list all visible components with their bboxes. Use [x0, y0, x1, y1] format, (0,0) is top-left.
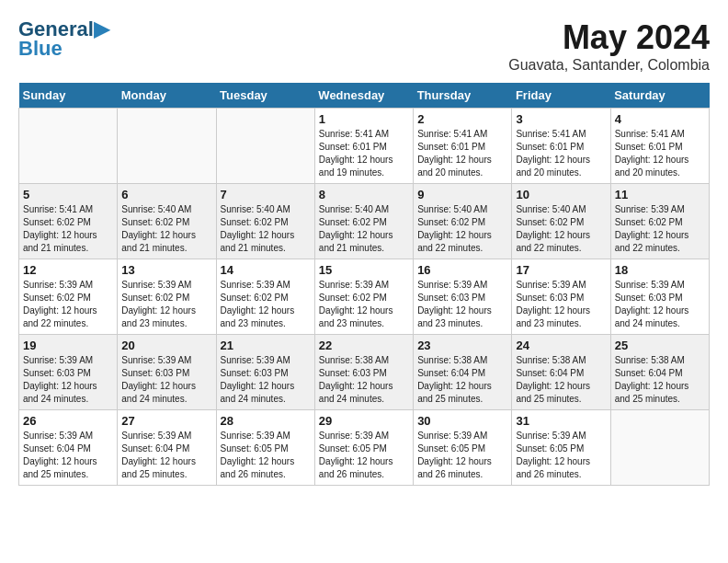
calendar-cell: 3Sunrise: 5:41 AM Sunset: 6:01 PM Daylig… [512, 109, 610, 184]
day-number: 13 [121, 263, 211, 277]
day-info: Sunrise: 5:39 AM Sunset: 6:02 PM Dayligh… [221, 279, 311, 330]
calendar-cell: 30Sunrise: 5:39 AM Sunset: 6:05 PM Dayli… [414, 410, 512, 486]
calendar-table: SundayMondayTuesdayWednesdayThursdayFrid… [18, 83, 710, 486]
day-of-week-monday: Monday [118, 83, 216, 109]
day-info: Sunrise: 5:39 AM Sunset: 6:02 PM Dayligh… [121, 279, 211, 330]
day-number: 27 [121, 414, 211, 428]
day-info: Sunrise: 5:38 AM Sunset: 6:04 PM Dayligh… [417, 354, 507, 406]
day-number: 30 [417, 414, 507, 428]
calendar-cell: 31Sunrise: 5:39 AM Sunset: 6:05 PM Dayli… [512, 410, 610, 486]
day-info: Sunrise: 5:39 AM Sunset: 6:04 PM Dayligh… [23, 430, 113, 481]
calendar-cell: 11Sunrise: 5:39 AM Sunset: 6:02 PM Dayli… [610, 184, 709, 259]
calendar-cell [216, 109, 314, 184]
calendar-cell: 25Sunrise: 5:38 AM Sunset: 6:04 PM Dayli… [610, 335, 709, 410]
calendar-cell: 20Sunrise: 5:39 AM Sunset: 6:03 PM Dayli… [118, 335, 216, 410]
calendar-cell: 19Sunrise: 5:39 AM Sunset: 6:03 PM Dayli… [19, 335, 118, 410]
day-number: 4 [615, 112, 705, 126]
day-of-week-friday: Friday [512, 83, 610, 109]
day-of-week-saturday: Saturday [610, 83, 709, 109]
calendar-cell: 14Sunrise: 5:39 AM Sunset: 6:02 PM Dayli… [216, 259, 314, 335]
calendar-cell: 12Sunrise: 5:39 AM Sunset: 6:02 PM Dayli… [19, 259, 118, 335]
day-info: Sunrise: 5:39 AM Sunset: 6:03 PM Dayligh… [615, 279, 705, 330]
day-info: Sunrise: 5:39 AM Sunset: 6:05 PM Dayligh… [319, 430, 409, 481]
day-number: 19 [23, 339, 113, 352]
day-info: Sunrise: 5:38 AM Sunset: 6:04 PM Dayligh… [615, 354, 705, 406]
calendar-body: 1Sunrise: 5:41 AM Sunset: 6:01 PM Daylig… [19, 109, 710, 486]
calendar-cell: 15Sunrise: 5:39 AM Sunset: 6:02 PM Dayli… [314, 259, 413, 335]
day-info: Sunrise: 5:38 AM Sunset: 6:03 PM Dayligh… [319, 354, 409, 406]
calendar-cell: 29Sunrise: 5:39 AM Sunset: 6:05 PM Dayli… [314, 410, 413, 486]
calendar-cell: 18Sunrise: 5:39 AM Sunset: 6:03 PM Dayli… [610, 259, 709, 335]
week-row-4: 19Sunrise: 5:39 AM Sunset: 6:03 PM Dayli… [19, 335, 710, 410]
day-number: 21 [221, 339, 311, 352]
day-info: Sunrise: 5:39 AM Sunset: 6:02 PM Dayligh… [23, 279, 113, 330]
day-info: Sunrise: 5:40 AM Sunset: 6:02 PM Dayligh… [121, 203, 211, 255]
calendar-cell: 27Sunrise: 5:39 AM Sunset: 6:04 PM Dayli… [118, 410, 216, 486]
calendar-cell: 2Sunrise: 5:41 AM Sunset: 6:01 PM Daylig… [414, 109, 512, 184]
calendar-cell: 13Sunrise: 5:39 AM Sunset: 6:02 PM Dayli… [118, 259, 216, 335]
day-info: Sunrise: 5:40 AM Sunset: 6:02 PM Dayligh… [221, 203, 311, 255]
day-number: 22 [319, 339, 409, 352]
day-number: 8 [319, 188, 409, 201]
day-info: Sunrise: 5:41 AM Sunset: 6:01 PM Dayligh… [417, 128, 507, 179]
day-number: 2 [417, 112, 507, 126]
calendar-cell: 6Sunrise: 5:40 AM Sunset: 6:02 PM Daylig… [118, 184, 216, 259]
calendar-cell [610, 410, 709, 486]
week-row-3: 12Sunrise: 5:39 AM Sunset: 6:02 PM Dayli… [19, 259, 710, 335]
day-number: 29 [319, 414, 409, 428]
day-info: Sunrise: 5:39 AM Sunset: 6:05 PM Dayligh… [221, 430, 311, 481]
day-info: Sunrise: 5:39 AM Sunset: 6:05 PM Dayligh… [516, 430, 606, 481]
day-of-week-tuesday: Tuesday [216, 83, 314, 109]
week-row-2: 5Sunrise: 5:41 AM Sunset: 6:02 PM Daylig… [19, 184, 710, 259]
day-info: Sunrise: 5:39 AM Sunset: 6:05 PM Dayligh… [417, 430, 507, 481]
day-number: 26 [23, 414, 113, 428]
week-row-5: 26Sunrise: 5:39 AM Sunset: 6:04 PM Dayli… [19, 410, 710, 486]
day-number: 14 [221, 263, 311, 277]
calendar-cell: 24Sunrise: 5:38 AM Sunset: 6:04 PM Dayli… [512, 335, 610, 410]
day-number: 10 [516, 188, 606, 201]
day-number: 23 [417, 339, 507, 352]
day-number: 20 [121, 339, 211, 352]
day-info: Sunrise: 5:39 AM Sunset: 6:03 PM Dayligh… [121, 354, 211, 406]
day-number: 12 [23, 263, 113, 277]
days-of-week-row: SundayMondayTuesdayWednesdayThursdayFrid… [19, 83, 710, 109]
day-number: 31 [516, 414, 606, 428]
day-info: Sunrise: 5:39 AM Sunset: 6:02 PM Dayligh… [615, 203, 705, 255]
day-info: Sunrise: 5:40 AM Sunset: 6:02 PM Dayligh… [516, 203, 606, 255]
day-number: 18 [615, 263, 705, 277]
calendar-cell: 5Sunrise: 5:41 AM Sunset: 6:02 PM Daylig… [19, 184, 118, 259]
day-number: 16 [417, 263, 507, 277]
day-info: Sunrise: 5:39 AM Sunset: 6:03 PM Dayligh… [23, 354, 113, 406]
day-of-week-sunday: Sunday [19, 83, 118, 109]
calendar-cell: 23Sunrise: 5:38 AM Sunset: 6:04 PM Dayli… [414, 335, 512, 410]
day-number: 28 [221, 414, 311, 428]
calendar-cell [19, 109, 118, 184]
calendar-cell: 4Sunrise: 5:41 AM Sunset: 6:01 PM Daylig… [610, 109, 709, 184]
calendar-cell [118, 109, 216, 184]
calendar-cell: 28Sunrise: 5:39 AM Sunset: 6:05 PM Dayli… [216, 410, 314, 486]
day-number: 1 [319, 112, 409, 126]
day-info: Sunrise: 5:39 AM Sunset: 6:04 PM Dayligh… [121, 430, 211, 481]
day-info: Sunrise: 5:41 AM Sunset: 6:02 PM Dayligh… [23, 203, 113, 255]
day-info: Sunrise: 5:41 AM Sunset: 6:01 PM Dayligh… [516, 128, 606, 179]
calendar-header: SundayMondayTuesdayWednesdayThursdayFrid… [19, 83, 710, 109]
day-number: 9 [417, 188, 507, 201]
calendar-cell: 21Sunrise: 5:39 AM Sunset: 6:03 PM Dayli… [216, 335, 314, 410]
day-number: 6 [121, 188, 211, 201]
day-info: Sunrise: 5:39 AM Sunset: 6:03 PM Dayligh… [516, 279, 606, 330]
day-number: 7 [221, 188, 311, 201]
location-title: Guavata, Santander, Colombia [508, 57, 710, 74]
day-info: Sunrise: 5:38 AM Sunset: 6:04 PM Dayligh… [516, 354, 606, 406]
day-info: Sunrise: 5:40 AM Sunset: 6:02 PM Dayligh… [319, 203, 409, 255]
day-number: 5 [23, 188, 113, 201]
calendar-cell: 9Sunrise: 5:40 AM Sunset: 6:02 PM Daylig… [414, 184, 512, 259]
calendar-cell: 8Sunrise: 5:40 AM Sunset: 6:02 PM Daylig… [314, 184, 413, 259]
day-info: Sunrise: 5:39 AM Sunset: 6:03 PM Dayligh… [221, 354, 311, 406]
week-row-1: 1Sunrise: 5:41 AM Sunset: 6:01 PM Daylig… [19, 109, 710, 184]
calendar-cell: 1Sunrise: 5:41 AM Sunset: 6:01 PM Daylig… [314, 109, 413, 184]
title-block: May 2024 Guavata, Santander, Colombia [508, 18, 710, 74]
day-number: 25 [615, 339, 705, 352]
month-title: May 2024 [508, 18, 710, 57]
calendar-cell: 17Sunrise: 5:39 AM Sunset: 6:03 PM Dayli… [512, 259, 610, 335]
day-info: Sunrise: 5:40 AM Sunset: 6:02 PM Dayligh… [417, 203, 507, 255]
